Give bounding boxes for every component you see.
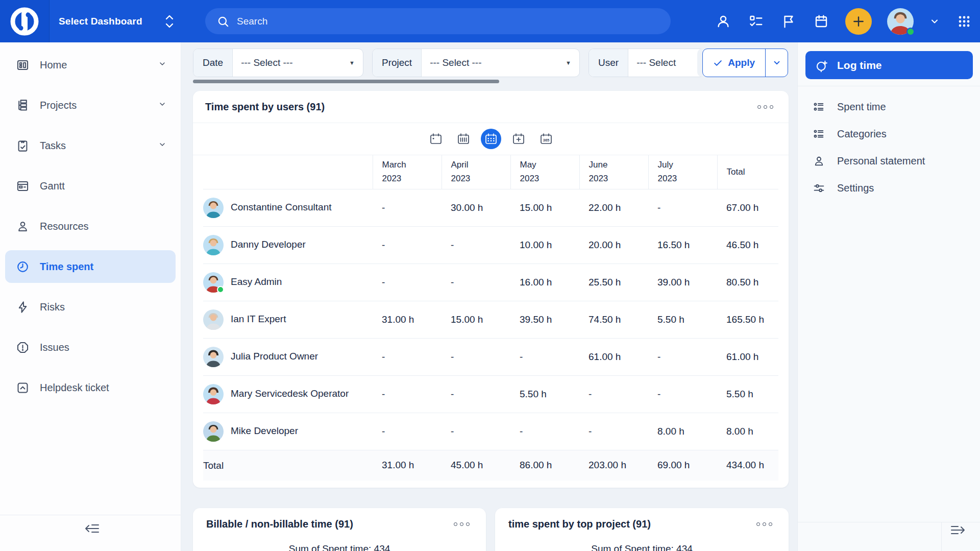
cell-total: 67.00 h xyxy=(717,189,778,226)
cell-total: 434.00 h xyxy=(717,450,778,481)
checklist-icon[interactable] xyxy=(747,13,765,30)
main-content: Date --- Select --- ▼ Project --- Select… xyxy=(181,42,797,551)
view-add-entry-icon[interactable] xyxy=(508,129,529,149)
right-item-personal-statement[interactable]: Personal statement xyxy=(798,149,980,173)
sidebar-item-label: Helpdesk ticket xyxy=(40,382,109,394)
avatar xyxy=(203,421,224,442)
app-logo[interactable] xyxy=(0,0,50,42)
apply-split-button: Apply xyxy=(702,49,788,77)
sidebar-footer-divider xyxy=(0,515,181,515)
sidebar-item-projects[interactable]: Projects xyxy=(5,89,176,122)
right-sidebar: Log time Spent time Categories Personal xyxy=(797,42,980,551)
search-input[interactable] xyxy=(237,16,645,27)
search-bar[interactable] xyxy=(205,8,671,34)
right-item-categories[interactable]: Categories xyxy=(798,122,980,146)
user-name[interactable]: Mary Servicedesk Operator xyxy=(231,388,349,399)
total-label: Total xyxy=(203,450,373,481)
square-chevron-up-icon xyxy=(15,380,30,395)
collapse-sidebar-button[interactable] xyxy=(83,521,101,538)
collapse-right-icon xyxy=(949,522,967,538)
cell-total: 5.50 h xyxy=(717,375,778,413)
card-menu-button[interactable] xyxy=(754,102,776,112)
cell: 39.50 h xyxy=(510,301,579,338)
right-item-settings[interactable]: Settings xyxy=(798,176,980,200)
log-time-button[interactable]: Log time xyxy=(805,51,973,79)
cell: - xyxy=(579,375,648,413)
view-month-icon-selected[interactable] xyxy=(481,129,501,149)
online-status-dot xyxy=(906,28,915,36)
select-arrow-icon: ▼ xyxy=(555,60,571,66)
dashboard-selector[interactable]: Select Dashboard xyxy=(59,13,175,30)
top-bar: Select Dashboard xyxy=(0,0,980,42)
table-total-row: Total 31.00 h 45.00 h 86.00 h 203.00 h 6… xyxy=(203,450,778,481)
cell: 16.00 h xyxy=(510,263,579,301)
filter-date-select[interactable]: --- Select --- ▼ xyxy=(233,49,363,77)
sidebar-item-risks[interactable]: Risks xyxy=(5,291,176,323)
logo-icon xyxy=(10,7,39,36)
user-name[interactable]: Easy Admin xyxy=(231,276,282,287)
sidebar-item-resources[interactable]: Resources xyxy=(5,210,176,243)
sidebar-item-label: Projects xyxy=(40,100,77,111)
collapse-right-sidebar-button[interactable] xyxy=(949,522,967,540)
apply-options-chevron[interactable] xyxy=(765,49,788,77)
cell: - xyxy=(373,226,442,263)
cell: 31.00 h xyxy=(373,301,442,338)
octagon-alert-icon xyxy=(15,340,30,354)
filter-project-select[interactable]: --- Select --- ▼ xyxy=(422,49,579,77)
horizontal-scrollbar-thumb[interactable] xyxy=(193,80,499,83)
right-item-label: Categories xyxy=(837,128,887,140)
card-menu-button[interactable] xyxy=(753,519,775,529)
sidebar-item-helpdesk-ticket[interactable]: Helpdesk ticket xyxy=(5,371,176,404)
user-name[interactable]: Julia Product Owner xyxy=(231,351,318,362)
user-name[interactable]: Danny Developer xyxy=(231,239,306,250)
filter-project-value: --- Select --- xyxy=(430,57,481,68)
filter-bar: Date --- Select --- ▼ Project --- Select… xyxy=(193,49,716,77)
time-by-top-project-card: time spent by top project (91) Sum of Sp… xyxy=(495,508,789,551)
sidebar-item-label: Resources xyxy=(40,221,89,232)
cell: - xyxy=(648,375,717,413)
apps-grid-icon[interactable] xyxy=(955,13,973,30)
view-year-365-icon[interactable]: 365 xyxy=(536,129,556,149)
projects-icon xyxy=(15,98,30,112)
list-icon xyxy=(812,101,825,114)
view-week-icon[interactable] xyxy=(453,129,474,149)
sidebar-item-issues[interactable]: Issues xyxy=(5,331,176,364)
quick-add-button[interactable] xyxy=(845,8,872,35)
cell: 5.50 h xyxy=(510,375,579,413)
user-name[interactable]: Ian IT Expert xyxy=(231,314,286,324)
cell: - xyxy=(373,338,442,375)
calendar-icon[interactable] xyxy=(813,13,830,30)
sidebar-item-tasks[interactable]: Tasks xyxy=(5,129,176,162)
list-icon xyxy=(812,128,825,141)
view-day-icon[interactable] xyxy=(426,129,446,149)
table-row: Mary Servicedesk Operator - - 5.50 h - -… xyxy=(203,375,778,413)
sliders-icon xyxy=(812,182,825,195)
sidebar-item-home[interactable]: Home xyxy=(5,49,176,81)
user-name[interactable]: Constantine Consultant xyxy=(231,202,332,212)
table-row: Ian IT Expert 31.00 h 15.00 h 39.50 h 74… xyxy=(203,301,778,338)
view-switcher: 365 xyxy=(193,123,789,155)
chevron-down-icon[interactable] xyxy=(158,60,166,70)
chevron-down-icon[interactable] xyxy=(158,140,166,151)
topbar-icon-group xyxy=(715,0,973,42)
home-icon xyxy=(15,58,30,72)
sidebar-item-gantt[interactable]: Gantt xyxy=(5,170,176,202)
user-profile-icon[interactable] xyxy=(715,13,732,30)
lightning-icon xyxy=(15,300,30,314)
right-item-spent-time[interactable]: Spent time xyxy=(798,95,980,119)
chevron-down-icon[interactable] xyxy=(158,100,166,110)
cell: 16.50 h xyxy=(648,226,717,263)
account-avatar[interactable] xyxy=(887,8,914,35)
cell: 10.00 h xyxy=(510,226,579,263)
apply-button[interactable]: Apply xyxy=(703,49,765,77)
cell: - xyxy=(442,375,510,413)
card-menu-button[interactable] xyxy=(451,519,473,529)
clock-icon xyxy=(15,259,30,274)
sidebar-item-time-spent[interactable]: Time spent xyxy=(5,250,176,283)
account-menu-chevron-icon[interactable] xyxy=(929,13,940,30)
user-name[interactable]: Mike Developer xyxy=(231,425,298,436)
person-icon xyxy=(15,219,30,233)
flag-icon[interactable] xyxy=(780,13,797,30)
select-arrow-icon: ▼ xyxy=(339,60,355,66)
cell: 39.00 h xyxy=(648,263,717,301)
